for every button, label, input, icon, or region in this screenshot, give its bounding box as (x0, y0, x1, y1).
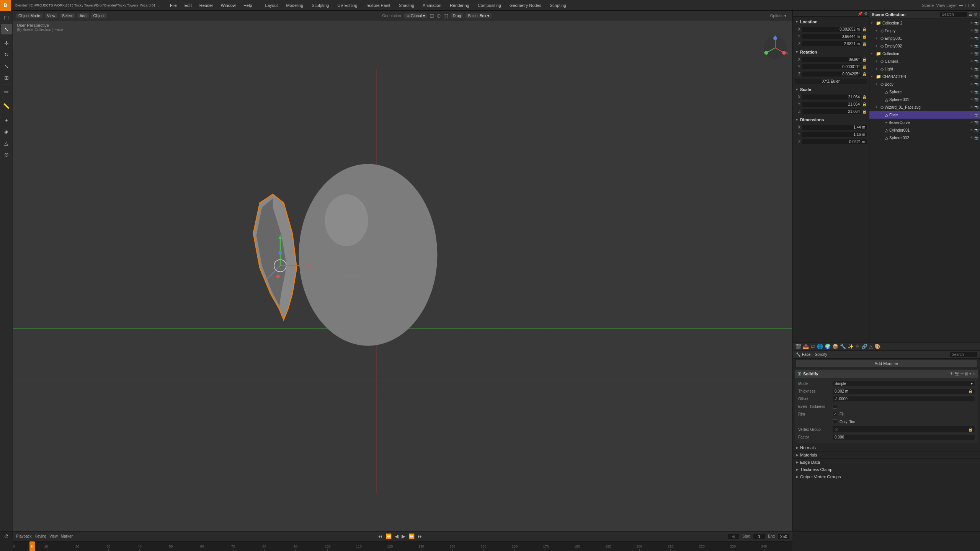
vis-eye-body[interactable]: 👁 (970, 82, 973, 86)
menu-edit[interactable]: Edit (181, 2, 195, 8)
dimensions-section[interactable]: ▼ Dimensions (795, 116, 867, 123)
menu-file[interactable]: File (167, 2, 180, 8)
vis-eye-collection[interactable]: 👁 (970, 52, 973, 55)
tree-item-face[interactable]: △Face👁📷 (869, 111, 980, 119)
play-btn[interactable]: ▶ (402, 533, 405, 539)
tree-item-light[interactable]: ▾◇Light👁📷 (869, 65, 980, 73)
scale-y-value[interactable]: 21.064 (802, 102, 861, 107)
menu-help[interactable]: Help (240, 2, 255, 8)
vis-render-empty001[interactable]: 📷 (974, 36, 978, 40)
solidify-even-thickness-checkbox[interactable] (833, 404, 837, 409)
tab-geometry-nodes[interactable]: Geometry Nodes (506, 2, 545, 8)
vis-eye-sphere002[interactable]: 👁 (970, 136, 973, 140)
tab-scripting[interactable]: Scripting (546, 2, 570, 8)
solidify-editmode-icon[interactable]: ✏ (960, 372, 964, 376)
vis-render-body[interactable]: 📷 (974, 82, 978, 86)
constraints-props-icon[interactable]: 🔗 (861, 344, 867, 349)
tab-texture-paint[interactable]: Texture Paint (362, 2, 394, 8)
vis-eye-empty001[interactable]: 👁 (970, 36, 973, 40)
prev-keyframe-btn[interactable]: ⏪ (385, 533, 392, 539)
options-btn[interactable]: Options ▾ (767, 14, 789, 18)
viewport-select-btn[interactable]: Select (60, 13, 75, 18)
transform-settings-icon[interactable]: ⚙ (864, 11, 867, 16)
tree-item-empty[interactable]: ▾◇Empty👁📷 (869, 27, 980, 34)
rotation-x-lock[interactable]: 🔒 (862, 57, 867, 62)
tool-select[interactable]: ⬚ (1, 12, 12, 23)
solidify-delete-icon[interactable]: ✕ (972, 372, 975, 376)
vis-eye-camera[interactable]: 👁 (970, 59, 973, 63)
select-box-btn[interactable]: Select Box ▾ (466, 13, 492, 18)
viewport-object-btn[interactable]: Object (91, 13, 107, 18)
location-y-lock[interactable]: 🔒 (862, 34, 867, 39)
vis-eye-bezier-curve[interactable]: 👁 (970, 121, 973, 124)
solidify-factor-input[interactable]: 0.000 (833, 435, 975, 440)
scale-x-lock[interactable]: 🔒 (862, 95, 867, 99)
tool-extra2[interactable]: ⊙ (1, 149, 12, 160)
vis-render-wizard01-face[interactable]: 📷 (974, 105, 978, 109)
tab-rendering[interactable]: Rendering (446, 2, 473, 8)
rotation-section[interactable]: ▼ Rotation (795, 49, 867, 55)
playhead[interactable] (32, 541, 33, 551)
vg-lock[interactable]: 🔒 (968, 427, 973, 432)
vis-render-light[interactable]: 📷 (974, 67, 978, 71)
tool-annotate[interactable]: ✏ (1, 86, 12, 97)
physics-props-icon[interactable]: ⚛ (855, 344, 860, 349)
breadcrumb-face[interactable]: Face (802, 352, 810, 357)
tab-layout[interactable]: Layout (261, 2, 282, 8)
tree-item-sphere002[interactable]: △Sphere.002👁📷 (869, 134, 980, 142)
close-btn[interactable]: ✕ (971, 2, 975, 8)
tool-rotate[interactable]: ↻ (1, 49, 12, 60)
vis-render-bezier-curve[interactable]: 📷 (974, 121, 978, 124)
dimensions-y-value[interactable]: 1.16 m (802, 132, 867, 137)
tree-item-empty001[interactable]: ▾◇Empty001👁📷 (869, 34, 980, 42)
location-x-lock[interactable]: 🔒 (862, 27, 867, 31)
vis-eye-empty002[interactable]: 👁 (970, 44, 973, 48)
scale-x-value[interactable]: 21.064 (802, 95, 861, 99)
vis-render-cylinder001[interactable]: 📷 (974, 128, 978, 132)
viewport-view-btn[interactable]: View (45, 13, 58, 18)
vis-render-sphere001[interactable]: 📷 (974, 98, 978, 101)
location-x-value[interactable]: 0.002652 m (802, 27, 861, 32)
viewport-add-btn[interactable]: Add (77, 13, 89, 18)
tree-item-collection-2[interactable]: ▾📁Collection 2👁📷 (869, 19, 980, 27)
tool-cursor[interactable]: ↖ (1, 24, 12, 34)
vis-render-sphere002[interactable]: 📷 (974, 136, 978, 140)
location-section[interactable]: ▼ Location (795, 18, 867, 25)
vis-render-character[interactable]: 📷 (974, 75, 978, 78)
dimensions-x-value[interactable]: 1.44 m (802, 125, 867, 130)
solidify-offset-input[interactable]: -1.0000 (833, 396, 975, 401)
tree-item-sphere001[interactable]: △Sphere 001👁📷 (869, 96, 980, 103)
tool-extra1[interactable]: △ (1, 138, 12, 148)
start-frame-display[interactable]: 1 (753, 534, 765, 539)
vis-eye-sphere001[interactable]: 👁 (970, 98, 973, 101)
tree-item-body[interactable]: ▾◇Body👁📷 (869, 80, 980, 88)
transform-pin-icon[interactable]: 📌 (858, 11, 862, 16)
tool-scale[interactable]: ⤡ (1, 61, 12, 72)
tree-item-cylinder001[interactable]: △Cylinder001👁📷 (869, 126, 980, 134)
proportional-btn[interactable]: ⊙ (436, 13, 441, 19)
play-reverse-btn[interactable]: ◀ (395, 533, 399, 539)
view-menu[interactable]: View (49, 534, 58, 538)
vis-render-empty002[interactable]: 📷 (974, 44, 978, 48)
particles-props-icon[interactable]: ✨ (848, 344, 854, 349)
tool-move[interactable]: ✛ (1, 38, 12, 49)
material-props-icon[interactable]: 🎨 (874, 344, 880, 349)
overlay-btn[interactable]: ◫ (443, 13, 448, 19)
rotation-mode-dropdown[interactable]: XYZ Euler (795, 79, 867, 84)
vis-eye-collection-2[interactable]: 👁 (970, 21, 973, 25)
snap-btn[interactable]: ⊡ (430, 13, 434, 19)
vis-eye-light[interactable]: 👁 (970, 67, 973, 71)
view-layer-props-icon[interactable]: 🗂 (810, 344, 815, 349)
solidify-rim-fill-checkbox[interactable]: ✓ (833, 412, 837, 416)
location-z-value[interactable]: 2.9821 m (802, 41, 861, 46)
outliner-options-icon[interactable]: ⚙ (974, 12, 978, 17)
solidify-thickness-input[interactable]: 0.002 m 🔒 (833, 389, 975, 394)
timeline-type-icon[interactable]: ⏱ (0, 531, 13, 541)
tree-item-bezier-curve[interactable]: ~BezierCurve👁📷 (869, 119, 980, 126)
tab-sculpting[interactable]: Sculpting (308, 2, 333, 8)
tab-shading[interactable]: Shading (395, 2, 418, 8)
edge-data-section[interactable]: ▶ Edge Data (793, 458, 980, 466)
output-props-icon[interactable]: 📤 (803, 344, 809, 349)
tree-item-sphere[interactable]: △Sphere👁📷 (869, 88, 980, 96)
rotation-z-lock[interactable]: 🔒 (862, 72, 867, 76)
